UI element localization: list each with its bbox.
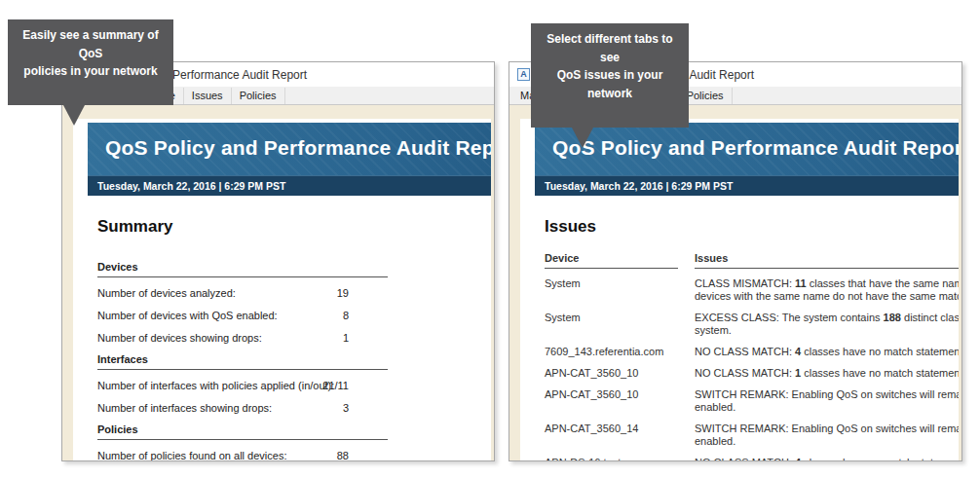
issue-device: APN-DS-16.test.com [545, 457, 678, 461]
issue-text: SWITCH REMARK: Enabling QoS on switches … [695, 388, 961, 414]
section-title: Devices [97, 252, 388, 277]
section-title: Interfaces [97, 345, 388, 370]
section-title: Policies [97, 415, 388, 440]
issues-heading: Issues [545, 217, 961, 237]
report-banner-title: QoS Policy and Performance Audit Report [535, 123, 961, 160]
tooltip-summary: Easily see a summary of QoS policies in … [8, 19, 173, 105]
summary-row: Number of policies found on all devices:… [97, 450, 388, 461]
summary-row-label: Number of devices analyzed: [97, 287, 236, 299]
summary-row-label: Number of devices showing drops: [97, 332, 262, 344]
issue-text: NO CLASS MATCH: 4 classes have no match … [695, 346, 961, 358]
report-date-line: Tuesday, March 22, 2016 | 6:29 PM PST [88, 175, 494, 196]
issue-text: SWITCH REMARK: Enabling QoS on switches … [695, 423, 961, 448]
summary-row-label: Number of interfaces showing drops: [97, 402, 272, 414]
issue-text: CLASS MISMATCH: 11 classes that have the… [695, 277, 961, 303]
summary-row: Number of devices analyzed:19 [97, 287, 388, 300]
summary-row-value: 3 [290, 402, 349, 414]
report-content: QoS Policy and Performance Audit Report … [62, 105, 494, 461]
report-banner: QoS Policy and Performance Audit Report [88, 123, 494, 175]
summary-row-label: Number of policies found on all devices: [97, 450, 286, 461]
issue-row: SystemEXCESS CLASS: The system contains … [545, 312, 961, 337]
issue-row: APN-CAT_3560_10SWITCH REMARK: Enabling Q… [545, 388, 961, 414]
issue-row: 7609_143.referentia.comNO CLASS MATCH: 4… [545, 346, 961, 358]
page-margin [491, 105, 494, 461]
summary-row-value: 1 [290, 332, 349, 344]
report-page: QoS Policy and Performance Audit Report … [520, 119, 961, 461]
summary-row: Number of devices with QoS enabled:8 [97, 310, 388, 322]
issue-row: APN-CAT_3560_10NO CLASS MATCH: 1 classes… [545, 367, 961, 380]
tab-issues[interactable]: Issues [184, 88, 232, 104]
issues-table-header: DeviceIssues [545, 252, 961, 269]
summary-row-value: 19 [290, 287, 349, 299]
summary-row-value: 88 [290, 450, 349, 461]
issue-device: System [545, 277, 678, 303]
tooltip-arrow [63, 105, 85, 126]
issue-device: 7609_143.referentia.com [545, 346, 678, 358]
tab-policies[interactable]: Policies [232, 88, 285, 104]
issue-row: APN-DS-16.test.comNO CLASS MATCH: 4 clas… [545, 457, 961, 461]
report-window-main: A QoS Policy and Performance Audit Repor… [61, 61, 495, 461]
issue-text: NO CLASS MATCH: 4 classes have no match … [695, 457, 961, 461]
summary-row: Number of interfaces with policies appli… [97, 380, 388, 392]
issue-device: APN-CAT_3560_10 [545, 388, 678, 414]
page-margin [959, 105, 961, 461]
column-header-issues: Issues [695, 252, 961, 269]
summary-row-value: 21/11 [290, 380, 349, 391]
issue-text: NO CLASS MATCH: 1 classes have no match … [695, 367, 961, 380]
tooltip-issues: Select different tabs to see QoS issues … [531, 23, 689, 128]
summary-row: Number of devices showing drops:1 [97, 332, 388, 345]
app-icon: A [517, 68, 530, 81]
report-date-line: Tuesday, March 22, 2016 | 6:29 PM PST [535, 175, 961, 196]
column-header-device: Device [545, 252, 678, 269]
report-banner-title: QoS Policy and Performance Audit Report [88, 123, 494, 160]
issue-row: APN-CAT_3560_14SWITCH REMARK: Enabling Q… [545, 423, 961, 448]
report-page: QoS Policy and Performance Audit Report … [73, 119, 494, 461]
summary-row-label: Number of devices with QoS enabled: [97, 310, 278, 321]
issue-device: APN-CAT_3560_14 [545, 423, 678, 448]
issue-row: SystemCLASS MISMATCH: 11 classes that ha… [545, 277, 961, 303]
summary-row-value: 8 [290, 310, 349, 321]
report-banner: QoS Policy and Performance Audit Report [535, 123, 961, 175]
issue-device: APN-CAT_3560_10 [545, 367, 678, 380]
summary-body: DevicesNumber of devices analyzed:19Numb… [97, 252, 388, 461]
screenshot-canvas: A QoS Policy and Performance Audit Repor… [0, 0, 980, 478]
summary-row: Number of interfaces showing drops:3 [97, 402, 388, 415]
issue-device: System [545, 312, 678, 337]
summary-heading: Summary [97, 217, 494, 237]
tooltip-arrow [572, 128, 593, 148]
issues-table: DeviceIssuesSystemCLASS MISMATCH: 11 cla… [545, 252, 961, 461]
issue-text: EXCESS CLASS: The system contains 188 di… [695, 312, 961, 337]
report-content: QoS Policy and Performance Audit Report … [509, 105, 961, 461]
